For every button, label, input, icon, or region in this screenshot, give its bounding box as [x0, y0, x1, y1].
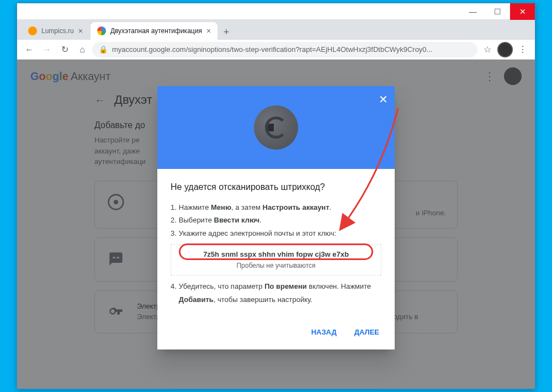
browser-menu-button[interactable]: ⋮ [515, 42, 530, 57]
cant-scan-dialog: ✕ Не удается отсканировать штрихкод? 1.Н… [157, 86, 395, 349]
bookmark-button[interactable]: ☆ [480, 42, 495, 57]
nav-forward-button[interactable]: → [39, 42, 55, 57]
dialog-header: ✕ [157, 86, 395, 169]
close-icon[interactable]: × [206, 27, 211, 35]
secret-key-text[interactable]: 7z5h snml sspx shhn vhim fopw cj3w e7xb [177, 250, 375, 258]
url-text: myaccount.google.com/signinoptions/two-s… [112, 45, 432, 54]
close-icon[interactable]: × [78, 27, 83, 35]
window-maximize-button[interactable]: ☐ [485, 3, 510, 20]
window-titlebar: — ☐ ✕ [17, 3, 535, 20]
authenticator-app-icon [254, 105, 298, 150]
nav-back-button[interactable]: ← [22, 42, 37, 57]
nav-home-button[interactable]: ⌂ [75, 42, 90, 57]
secret-key-box: 7z5h snml sspx shhn vhim fopw cj3w e7xb … [171, 244, 381, 276]
google-favicon [97, 27, 106, 35]
instructions-list: 1.Нажмите Меню, а затем Настроить аккаун… [171, 201, 381, 240]
tab-label: Двухэтапная аутентификация [110, 27, 202, 35]
tab-bar: Lumpics.ru × Двухэтапная аутентификация … [17, 20, 535, 40]
dialog-footer: Назад Далее [157, 319, 395, 349]
window-close-button[interactable]: ✕ [510, 3, 535, 20]
address-bar: ← → ↻ ⌂ 🔒 myaccount.google.com/signinopt… [17, 40, 535, 60]
tab-two-step[interactable]: Двухэтапная аутентификация × [91, 22, 217, 40]
profile-avatar[interactable] [497, 42, 513, 57]
browser-window: — ☐ ✕ Lumpics.ru × Двухэтапная аутентифи… [17, 3, 535, 389]
new-tab-button[interactable]: + [219, 24, 234, 40]
key-note: Пробелы не учитываются [177, 262, 375, 269]
lock-icon: 🔒 [99, 45, 108, 54]
tab-label: Lumpics.ru [41, 27, 74, 35]
dialog-title: Не удается отсканировать штрихкод? [171, 182, 381, 192]
dialog-close-button[interactable]: ✕ [379, 93, 388, 106]
window-minimize-button[interactable]: — [460, 3, 485, 20]
lumpics-favicon [28, 27, 37, 35]
tab-lumpics[interactable]: Lumpics.ru × [22, 22, 89, 40]
nav-reload-button[interactable]: ↻ [57, 42, 72, 57]
url-input[interactable]: 🔒 myaccount.google.com/signinoptions/two… [92, 42, 477, 57]
back-button[interactable]: Назад [305, 324, 343, 341]
dialog-body: Не удается отсканировать штрихкод? 1.Наж… [157, 169, 395, 319]
next-button[interactable]: Далее [348, 324, 386, 341]
